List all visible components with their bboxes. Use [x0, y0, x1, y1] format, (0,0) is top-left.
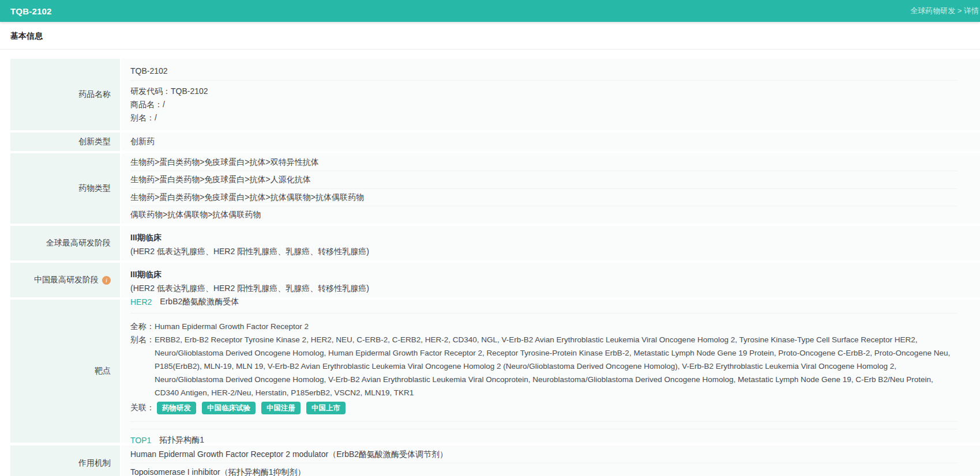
row-innovation-type: 创新类型 创新药 [10, 133, 980, 151]
breadcrumb[interactable]: 全球药物研发 > 详情 [910, 6, 980, 16]
badge-china-marketed[interactable]: 中国上市 [306, 402, 346, 414]
section-title: 基本信息 [10, 31, 43, 40]
row-label-innovation-type: 创新类型 [10, 133, 121, 151]
page-title: TQB-2102 [10, 6, 52, 16]
app-header: TQB-2102 全球药物研发 > 详情 [0, 0, 980, 22]
target-her2-details: 全称： Human Epidermal Growth Factor Recept… [130, 313, 957, 422]
full-name-value: Human Epidermal Growth Factor Receptor 2 [155, 320, 957, 333]
row-global-stage: 全球最高研发阶段 III期临床 (HER2 低表达乳腺癌、HER2 阳性乳腺癌、… [10, 226, 980, 260]
row-label-global-stage: 全球最高研发阶段 [10, 226, 121, 260]
badge-china-clinical-trial[interactable]: 中国临床试验 [202, 402, 256, 414]
drug-type-item: 生物药>蛋白类药物>免疫球蛋白>抗体>人源化抗体 [130, 171, 957, 189]
full-name-label: 全称： [130, 320, 155, 333]
row-label-drug-type: 药物类型 [10, 153, 121, 224]
row-label-targets: 靶点 [10, 300, 121, 443]
row-label-drug-name: 药品名称 [10, 59, 121, 130]
row-drug-type: 药物类型 生物药>蛋白类药物>免疫球蛋白>抗体>双特异性抗体 生物药>蛋白类药物… [10, 153, 980, 224]
basic-info-table: 药品名称 TQB-2102 研发代码：TQB-2102 商品名：/ 别名：/ 创… [0, 50, 980, 476]
alias-value: ERBB2, Erb-B2 Receptor Tyrosine Kinase 2… [155, 333, 957, 399]
row-label-mechanism: 作用机制 [10, 445, 121, 476]
target-her2-header: HER2 ErbB2酪氨酸激酶受体 [130, 291, 957, 313]
row-targets: 靶点 HER2 ErbB2酪氨酸激酶受体 全称： Human Epidermal… [10, 300, 980, 443]
drug-type-item: 偶联药物>抗体偶联物>抗体偶联药物 [130, 206, 957, 224]
global-stage-phase: III期临床 [130, 229, 957, 244]
badge-drug-rd[interactable]: 药物研发 [157, 402, 196, 414]
target-her2-name: ErbB2酪氨酸激酶受体 [160, 297, 239, 307]
drug-trade-name: 商品名：/ [130, 98, 957, 111]
drug-type-item: 生物药>蛋白类药物>免疫球蛋白>抗体>抗体偶联物>抗体偶联药物 [130, 189, 957, 207]
china-stage-label-text: 中国最高研发阶段 [34, 275, 99, 285]
related-badges: 药物研发 中国临床试验 中国注册 中国上市 [157, 402, 346, 414]
innovation-type-value: 创新药 [130, 137, 957, 147]
related-label: 关联： [130, 401, 155, 414]
section-title-bar: 基本信息 [0, 22, 980, 50]
row-drug-name: 药品名称 TQB-2102 研发代码：TQB-2102 商品名：/ 别名：/ [10, 59, 980, 130]
global-stage-indications: (HER2 低表达乳腺癌、HER2 阳性乳腺癌、乳腺癌、转移性乳腺癌) [130, 244, 957, 258]
target-top1-name: 拓扑异构酶1 [159, 435, 204, 445]
drug-alias: 别名：/ [130, 111, 957, 124]
target-her2-link[interactable]: HER2 [130, 297, 152, 307]
mechanism-item: Topoisomerase I inhibitor（拓扑异构酶1抑制剂） [130, 463, 957, 476]
china-stage-phase: III期临床 [130, 266, 957, 281]
target-top1-link[interactable]: TOP1 [130, 436, 151, 445]
badge-china-registration[interactable]: 中国注册 [261, 402, 301, 414]
drug-primary-name: TQB-2102 [130, 62, 957, 81]
drug-type-item: 生物药>蛋白类药物>免疫球蛋白>抗体>双特异性抗体 [130, 154, 957, 172]
info-icon[interactable]: i [102, 276, 111, 285]
mechanism-item: Human Epidermal Growth Factor Receptor 2… [130, 445, 957, 463]
row-mechanism: 作用机制 Human Epidermal Growth Factor Recep… [10, 445, 980, 476]
row-label-china-stage: 中国最高研发阶段 i [10, 263, 121, 297]
drug-name-details: 研发代码：TQB-2102 商品名：/ 别名：/ [130, 81, 957, 128]
drug-rd-code: 研发代码：TQB-2102 [130, 85, 957, 98]
alias-label: 别名： [130, 333, 155, 399]
